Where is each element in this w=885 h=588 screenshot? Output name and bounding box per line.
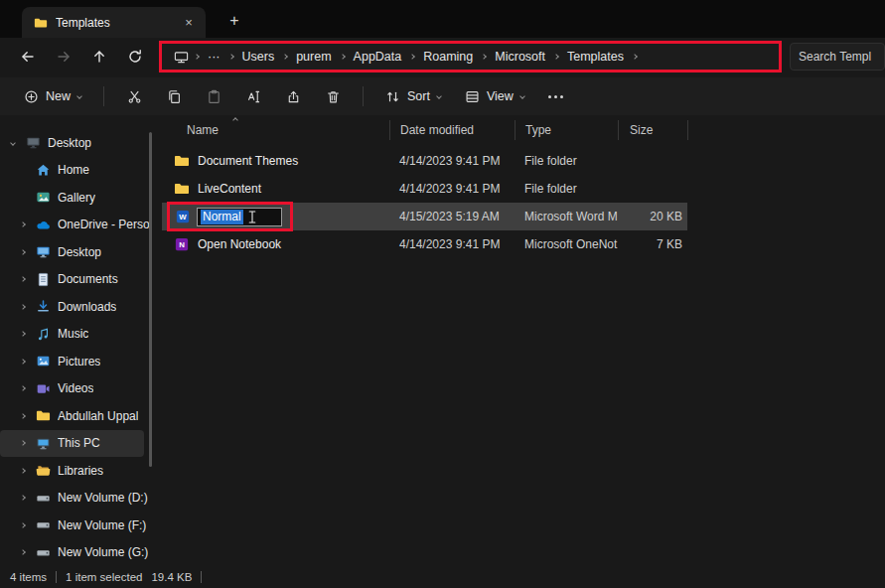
paste-button[interactable]: [196, 81, 231, 111]
expand-chevron-icon[interactable]: [18, 523, 28, 527]
navigation-pane: Desktop Home Gallery OneDrive - Personal: [0, 117, 149, 566]
expand-chevron-icon[interactable]: [18, 496, 28, 500]
column-header-type[interactable]: Type: [515, 120, 618, 140]
file-row-normal-renaming[interactable]: W Normal 4/15/2023 5:19 AM Microsoft Wor…: [162, 203, 687, 230]
sidebar-item-gallery[interactable]: Gallery: [0, 184, 149, 212]
explorer-tab[interactable]: Templates ×: [22, 7, 206, 38]
sidebar-item-volume-d[interactable]: New Volume (D:): [0, 485, 149, 513]
expand-chevron-icon[interactable]: [18, 222, 28, 226]
breadcrumb-item-templates[interactable]: Templates: [560, 48, 631, 66]
column-header-date-modified[interactable]: Date modified: [389, 120, 515, 140]
file-row-document-themes[interactable]: Document Themes 4/14/2023 9:41 PM File f…: [162, 147, 687, 175]
expand-chevron-icon[interactable]: [18, 305, 28, 309]
breadcrumb-item-purem[interactable]: purem: [289, 48, 338, 66]
cut-button[interactable]: [116, 81, 152, 111]
view-button[interactable]: View: [455, 81, 534, 111]
search-box[interactable]: Search Templ: [790, 43, 885, 71]
toolbar-divider: [103, 86, 104, 106]
expand-chevron-icon[interactable]: [18, 414, 28, 418]
breadcrumb-item-roaming[interactable]: Roaming: [416, 48, 480, 66]
up-button[interactable]: [81, 42, 117, 72]
videos-icon: [35, 380, 51, 396]
new-plus-icon: [24, 89, 39, 104]
new-button[interactable]: New: [14, 81, 91, 111]
sidebar-item-downloads[interactable]: Downloads: [0, 293, 149, 321]
expand-chevron-icon[interactable]: [18, 469, 28, 473]
expand-chevron-icon[interactable]: [18, 277, 28, 281]
collapse-chevron-icon[interactable]: [8, 141, 18, 145]
file-date: 4/15/2023 5:19 AM: [389, 210, 515, 223]
copy-button[interactable]: [156, 81, 192, 111]
sidebar-item-label: New Volume (F:): [58, 518, 146, 532]
word-document-icon: W: [175, 209, 191, 224]
sidebar-item-onedrive[interactable]: OneDrive - Personal: [0, 212, 149, 239]
breadcrumb-overflow[interactable]: ···: [201, 48, 227, 66]
sidebar-item-home[interactable]: Home: [0, 157, 149, 185]
sidebar-item-desktop[interactable]: Desktop: [0, 238, 149, 266]
selection-count: 1 item selected: [66, 571, 142, 583]
status-divider: [201, 571, 202, 583]
expand-chevron-icon[interactable]: [18, 360, 28, 364]
breadcrumb-item-microsoft[interactable]: Microsoft: [488, 48, 552, 66]
sidebar-item-label: New Volume (D:): [58, 491, 148, 505]
expand-chevron-icon[interactable]: [18, 386, 28, 390]
column-header-name[interactable]: Name: [162, 120, 389, 140]
sidebar-item-desktop-root[interactable]: Desktop: [0, 129, 149, 157]
sidebar-item-videos[interactable]: Videos: [0, 375, 149, 403]
more-options-button[interactable]: [538, 81, 574, 111]
sidebar-item-user-folder[interactable]: Abdullah Uppal: [0, 402, 149, 430]
file-name: Document Themes: [198, 154, 298, 168]
sidebar-item-libraries[interactable]: Libraries: [0, 457, 149, 485]
onenote-icon: N: [174, 236, 190, 252]
sort-button[interactable]: Sort: [375, 81, 451, 111]
folder-icon: [174, 153, 190, 169]
file-type: File folder: [515, 154, 618, 168]
close-tab-icon[interactable]: ×: [180, 14, 198, 32]
chevron-down-icon: [519, 93, 525, 99]
chevron-right-icon: [340, 54, 346, 60]
sidebar-item-volume-g[interactable]: New Volume (G:): [0, 539, 149, 567]
column-header-size[interactable]: Size: [618, 120, 687, 140]
sidebar-item-volume-f[interactable]: New Volume (F:): [0, 512, 149, 539]
forward-button[interactable]: [46, 42, 81, 72]
file-date: 4/14/2023 9:41 PM: [389, 154, 515, 168]
documents-icon: [35, 271, 51, 287]
breadcrumb-item-appdata[interactable]: AppData: [347, 48, 409, 66]
cut-icon: [127, 89, 142, 104]
column-header-label: Type: [525, 123, 551, 137]
sidebar-item-music[interactable]: Music: [0, 321, 149, 349]
desktop-icon: [35, 244, 51, 260]
item-count: 4 items: [10, 571, 47, 583]
expand-chevron-icon[interactable]: [18, 332, 28, 336]
expand-chevron-icon[interactable]: [18, 250, 28, 254]
rename-button[interactable]: [235, 81, 271, 111]
search-input[interactable]: Search Templ: [799, 50, 871, 64]
expand-chevron-icon[interactable]: [18, 550, 28, 554]
sidebar-item-this-pc[interactable]: This PC: [0, 430, 144, 458]
address-bar[interactable]: ··· Users purem AppData Roaming Microsof…: [159, 41, 782, 73]
file-row-livecontent[interactable]: LiveContent 4/14/2023 9:41 PM File folde…: [162, 175, 687, 203]
back-button[interactable]: [10, 42, 46, 72]
sidebar-scrollbar[interactable]: [149, 132, 152, 467]
file-explorer-window: Templates × + ··· Users purem: [0, 0, 885, 588]
delete-button[interactable]: [315, 81, 351, 111]
sidebar-item-label: Downloads: [58, 300, 116, 314]
chevron-right-icon: [553, 54, 559, 60]
expand-chevron-icon[interactable]: [18, 441, 28, 445]
sidebar-item-documents[interactable]: Documents: [0, 266, 149, 294]
text-cursor-icon: [248, 211, 256, 223]
desktop-icon: [25, 135, 41, 151]
breadcrumb-item-users[interactable]: Users: [235, 48, 282, 66]
refresh-button[interactable]: [117, 42, 153, 72]
column-header-label: Size: [630, 123, 653, 137]
rename-input[interactable]: Normal: [197, 208, 282, 226]
share-button[interactable]: [275, 81, 311, 111]
new-tab-button[interactable]: +: [223, 10, 245, 32]
column-header-end: [687, 120, 688, 140]
tab-title: Templates: [56, 16, 172, 30]
sidebar-item-pictures[interactable]: Pictures: [0, 348, 149, 375]
status-bar: 4 items 1 item selected 19.4 KB: [0, 566, 885, 588]
file-row-open-notebook[interactable]: N Open Notebook 4/14/2023 9:41 PM Micros…: [162, 230, 687, 258]
file-rows: Document Themes 4/14/2023 9:41 PM File f…: [162, 147, 885, 258]
view-icon: [465, 89, 480, 104]
